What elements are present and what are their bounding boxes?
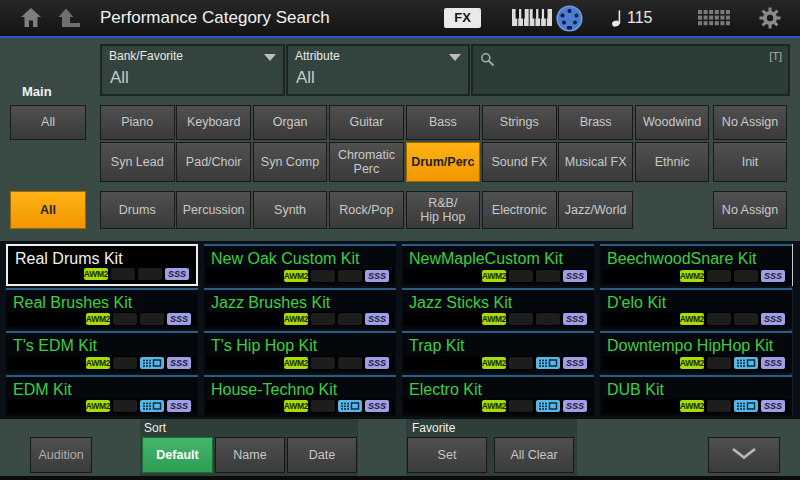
result-item[interactable]: T's EDM KitAWM2SSS: [6, 331, 198, 373]
main-category-strings-button[interactable]: Strings: [482, 105, 557, 140]
main-category-all-button[interactable]: All: [10, 105, 86, 140]
sort-name-button[interactable]: Name: [215, 437, 285, 473]
main-category-init-button[interactable]: Init: [713, 142, 787, 182]
empty-badge-slot: [734, 270, 758, 282]
result-item[interactable]: New Oak Custom KitAWM2SSS: [204, 244, 396, 286]
attribute-dropdown[interactable]: Attribute All: [286, 44, 470, 96]
sss-badge: SSS: [761, 313, 785, 325]
performance-name: Real Drums Kit: [8, 246, 196, 268]
main-category-musical-fx-button[interactable]: Musical FX: [558, 142, 633, 182]
result-item[interactable]: DUB KitAWM2SSS: [600, 375, 792, 417]
empty-badge-slot: [338, 270, 362, 282]
pad-grid-icon[interactable]: [698, 10, 730, 31]
sss-badge: SSS: [761, 270, 785, 282]
result-item[interactable]: Jazz Sticks KitAWM2SSS: [402, 288, 594, 330]
performance-name: Real Brushes Kit: [6, 290, 198, 312]
sub-category-no-assign-button[interactable]: No Assign: [713, 191, 787, 229]
awm2-engine-badge: AWM2: [284, 357, 308, 369]
main-category-piano-button[interactable]: Piano: [100, 105, 175, 140]
favorite-set-button[interactable]: Set: [407, 437, 487, 473]
sub-category-drums-button[interactable]: Drums: [100, 191, 175, 229]
favorite-all-clear-button[interactable]: All Clear: [494, 437, 574, 473]
result-item[interactable]: Real Drums KitAWM2SSS: [6, 244, 198, 286]
motion-control-badge: [536, 357, 560, 369]
result-item[interactable]: House-Techno KitAWM2SSS: [204, 375, 396, 417]
empty-badge-slot: [509, 400, 533, 412]
result-item[interactable]: NewMapleCustom KitAWM2SSS: [402, 244, 594, 286]
sub-category-jazz-world-button[interactable]: Jazz/World: [558, 191, 633, 229]
result-item[interactable]: D'elo KitAWM2SSS: [600, 288, 792, 330]
audition-button[interactable]: Audition: [30, 437, 92, 473]
sss-badge: SSS: [563, 270, 587, 282]
result-item[interactable]: EDM KitAWM2SSS: [6, 375, 198, 417]
performance-name: Downtempo HipHop Kit: [600, 333, 792, 355]
badge-bar: AWM2SSS: [602, 269, 790, 283]
tempo-value[interactable]: 115: [627, 0, 653, 36]
sort-default-button[interactable]: Default: [142, 437, 213, 473]
performance-name: EDM Kit: [6, 377, 198, 399]
sub-category-synth-button[interactable]: Synth: [253, 191, 328, 229]
midi-icon[interactable]: [556, 5, 583, 36]
gear-icon[interactable]: [759, 7, 781, 33]
sub-category-all-button[interactable]: All: [10, 191, 86, 229]
main-category-syn-comp-button[interactable]: Syn Comp: [253, 142, 328, 182]
result-item[interactable]: T's Hip Hop KitAWM2SSS: [204, 331, 396, 373]
favorite-label: Favorite: [412, 421, 455, 435]
main-category-no-assign-button[interactable]: No Assign: [713, 105, 787, 140]
motion-control-badge: [140, 400, 164, 412]
awm2-engine-badge: AWM2: [284, 400, 308, 412]
main-category-guitar-button[interactable]: Guitar: [329, 105, 404, 140]
main-category-organ-button[interactable]: Organ: [253, 105, 328, 140]
sss-badge: SSS: [365, 400, 389, 412]
keyboard-icon[interactable]: [512, 9, 552, 31]
performance-name: T's EDM Kit: [6, 333, 198, 355]
home-icon[interactable]: [20, 7, 42, 32]
badge-bar: AWM2SSS: [206, 356, 394, 370]
sss-badge: SSS: [167, 313, 191, 325]
performance-name: Electro Kit: [402, 377, 594, 399]
badge-bar: AWM2SSS: [602, 399, 790, 413]
main-category-bass-button[interactable]: Bass: [406, 105, 481, 140]
sss-badge: SSS: [563, 357, 587, 369]
result-item[interactable]: Electro KitAWM2SSS: [402, 375, 594, 417]
search-input[interactable]: [T]: [471, 44, 790, 96]
performance-name: BeechwoodSnare Kit: [600, 246, 792, 268]
result-item[interactable]: Trap KitAWM2SSS: [402, 331, 594, 373]
awm2-engine-badge: AWM2: [680, 313, 704, 325]
sub-category-percussion-button[interactable]: Percussion: [176, 191, 251, 229]
empty-badge-slot: [509, 313, 533, 325]
empty-badge-slot: [536, 270, 560, 282]
result-item[interactable]: Jazz Brushes KitAWM2SSS: [204, 288, 396, 330]
main-category-keyboard-button[interactable]: Keyboard: [176, 105, 251, 140]
badge-bar: AWM2SSS: [8, 356, 196, 370]
chevron-down-icon: [264, 54, 276, 61]
main-category-brass-button[interactable]: Brass: [558, 105, 633, 140]
main-category-drum-perc-button[interactable]: Drum/Perc: [406, 142, 481, 182]
sub-category-rock-pop-button[interactable]: Rock/Pop: [329, 191, 404, 229]
scroll-down-button[interactable]: [708, 437, 780, 473]
main-category-pad-choir-button[interactable]: Pad/Choir: [176, 142, 251, 182]
page-title: Performance Category Search: [100, 0, 330, 36]
empty-badge-slot: [113, 313, 137, 325]
main-category-chromatic-perc-button[interactable]: Chromatic Perc: [329, 142, 404, 182]
main-category-sound-fx-button[interactable]: Sound FX: [482, 142, 557, 182]
badge-bar: AWM2SSS: [404, 356, 592, 370]
main-category-woodwind-button[interactable]: Woodwind: [635, 105, 710, 140]
result-item[interactable]: BeechwoodSnare KitAWM2SSS: [600, 244, 792, 286]
sub-category-r-b-hip-hop-button[interactable]: R&B/ Hip Hop: [406, 191, 481, 229]
bank-favorite-dropdown[interactable]: Bank/Favorite All: [100, 44, 285, 96]
empty-badge-slot: [338, 357, 362, 369]
main-category-ethnic-button[interactable]: Ethnic: [635, 142, 710, 182]
sss-badge: SSS: [167, 400, 191, 412]
exit-up-icon[interactable]: [58, 7, 81, 32]
sss-badge: SSS: [761, 400, 785, 412]
search-icon: [480, 52, 495, 71]
fx-indicator[interactable]: FX: [444, 8, 481, 28]
empty-badge-slot: [338, 313, 362, 325]
sss-badge: SSS: [563, 313, 587, 325]
sort-date-button[interactable]: Date: [287, 437, 357, 473]
result-item[interactable]: Real Brushes KitAWM2SSS: [6, 288, 198, 330]
result-item[interactable]: Downtempo HipHop KitAWM2SSS: [600, 331, 792, 373]
sub-category-electronic-button[interactable]: Electronic: [482, 191, 557, 229]
main-category-syn-lead-button[interactable]: Syn Lead: [100, 142, 175, 182]
